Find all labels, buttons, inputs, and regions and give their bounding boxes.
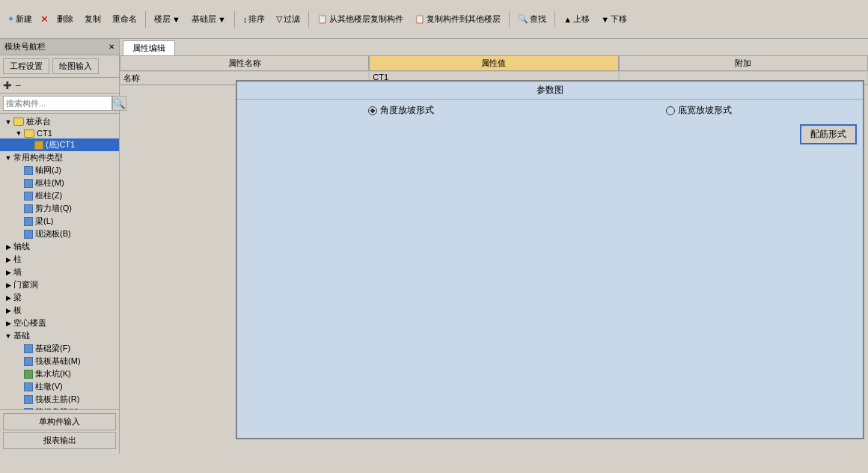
item-icon: [24, 230, 33, 239]
single-input-button[interactable]: 单构件输入: [3, 413, 116, 430]
item-icon: [24, 395, 33, 404]
expand-arrow: ▼: [13, 129, 24, 137]
tree-item-beam-main[interactable]: ▶梁: [0, 291, 119, 304]
tree-item-ct1-bottom[interactable]: (底)CT1: [0, 138, 119, 151]
properties-tab-bar: 属性编辑: [120, 39, 868, 55]
filter-button[interactable]: ▽过滤: [272, 11, 305, 27]
base-floor-button[interactable]: 基础层▼: [187, 11, 230, 27]
settings-button[interactable]: 工程设置: [3, 58, 49, 74]
tree-item-slab-main[interactable]: ▶板: [0, 304, 119, 317]
move-up-button[interactable]: ▲上移: [559, 11, 594, 27]
tree-item-door-window[interactable]: ▶门窗洞: [0, 278, 119, 291]
move-down-button[interactable]: ▼下移: [596, 11, 632, 27]
sidebar-nav-buttons: 工程设置 绘图输入: [0, 55, 119, 78]
rename-button[interactable]: 重命名: [108, 11, 141, 27]
item-icon: [24, 217, 33, 226]
copy-from-button[interactable]: 📋从其他楼层复制构件: [313, 11, 408, 27]
prop-col-name: 属性名称: [120, 55, 369, 71]
folder-icon: [13, 118, 24, 126]
tree-item-raft-main[interactable]: 筏板主筋(R): [0, 393, 119, 406]
tree-item-pit[interactable]: 集水坑(K): [0, 367, 119, 380]
tree-item-pilecap[interactable]: ▼ 桩承台: [0, 115, 119, 128]
sidebar-close-icon[interactable]: ✕: [109, 43, 114, 51]
tree-item-shear-wall[interactable]: 剪力墙(Q): [0, 202, 119, 215]
item-icon: [24, 204, 33, 213]
tree-item-common[interactable]: ▼ 常用构件类型: [0, 151, 119, 164]
item-icon: [24, 382, 33, 391]
prop-col-value: 属性值: [369, 55, 618, 71]
item-icon: [34, 141, 43, 150]
separator: [145, 11, 146, 28]
tree-item-raft[interactable]: 筏板基础(M): [0, 355, 119, 367]
minus-icon[interactable]: −: [15, 79, 21, 91]
tree-view: ▼ 桩承台 ▼ CT1 (底)CT1 ▼ 常用构件类型 轴: [0, 114, 119, 409]
tree-item-hollow[interactable]: ▶空心楼盖: [0, 317, 119, 329]
separator5: [554, 11, 555, 28]
item-icon: [24, 370, 33, 379]
option-angle[interactable]: 角度放坡形式: [368, 104, 434, 117]
content-area: 属性编辑 属性名称 属性值 附加 名称 CT1 参数图 角度放坡形式: [120, 39, 868, 454]
separator4: [509, 11, 510, 28]
add-icon[interactable]: ✚: [3, 79, 12, 91]
tree-item-foundation-beam[interactable]: 基础梁(F): [0, 342, 119, 355]
main-layout: 模块号航栏 ✕ 工程设置 绘图输入 ✚ − 🔍 ▼ 桩承台 ▼: [0, 39, 868, 454]
tree-item-foundation[interactable]: ▼基础: [0, 329, 119, 342]
floor-button[interactable]: 楼层▼: [150, 11, 185, 27]
folder-icon: [24, 129, 34, 138]
tree-item-frame-col[interactable]: 框柱(M): [0, 177, 119, 189]
tree-item-col[interactable]: 框柱(Z): [0, 189, 119, 202]
radio-width[interactable]: [666, 106, 675, 115]
separator2: [234, 11, 235, 28]
expand-arrow: ▼: [3, 118, 13, 126]
properties-tab[interactable]: 属性编辑: [123, 40, 175, 55]
param-bottom: 配筋形式: [237, 121, 863, 147]
report-button[interactable]: 报表输出: [3, 432, 116, 449]
new-button[interactable]: ✦ 新建: [3, 11, 37, 27]
search-box: 🔍: [0, 94, 119, 114]
item-icon: [24, 179, 33, 188]
leaf-indicator: [24, 141, 34, 149]
tree-item-slab[interactable]: 现浇板(B): [0, 228, 119, 240]
tree-item-col-main[interactable]: ▶柱: [0, 253, 119, 266]
copy-button[interactable]: 复制: [80, 11, 106, 27]
tree-item-axis[interactable]: 轴网(J): [0, 164, 119, 177]
tree-item-axis-main[interactable]: ▶轴线: [0, 240, 119, 253]
radio-angle[interactable]: [368, 106, 377, 115]
config-button[interactable]: 配筋形式: [800, 124, 857, 144]
item-icon: [24, 166, 33, 175]
item-icon: [24, 344, 33, 353]
delete-button[interactable]: 删除: [52, 11, 78, 27]
find-button[interactable]: 🔍查找: [513, 11, 551, 27]
item-icon: [24, 192, 33, 201]
properties-header: 属性名称 属性值 附加: [120, 55, 868, 71]
item-icon: [24, 357, 33, 366]
tree-item-beam[interactable]: 梁(L): [0, 215, 119, 228]
sidebar-bottom: 单构件输入 报表输出: [0, 409, 119, 454]
properties-panel: 属性编辑 属性名称 属性值 附加 名称 CT1: [120, 39, 868, 85]
tree-item-col-base[interactable]: 柱墩(V): [0, 380, 119, 393]
tree-item-wall-main[interactable]: ▶墙: [0, 266, 119, 278]
sort-button[interactable]: ↕排序: [239, 11, 270, 27]
top-toolbar: ✦ 新建 ✕ 删除 复制 重命名 楼层▼ 基础层▼ ↕排序 ▽过滤 📋从其他楼层…: [0, 0, 868, 39]
search-input[interactable]: [3, 96, 112, 111]
param-diagram: 参数图 角度放坡形式 底宽放坡形式: [236, 80, 864, 439]
option-width[interactable]: 底宽放坡形式: [666, 104, 732, 117]
sidebar: 模块号航栏 ✕ 工程设置 绘图输入 ✚ − 🔍 ▼ 桩承台 ▼: [0, 39, 120, 454]
drawing-button[interactable]: 绘图输入: [52, 58, 99, 74]
separator3: [308, 11, 309, 28]
param-diagram-title: 参数图: [237, 82, 863, 100]
param-diagram-options: 角度放坡形式 底宽放坡形式: [237, 100, 863, 121]
sidebar-header: 模块号航栏 ✕: [0, 39, 119, 55]
tree-item-ct1[interactable]: ▼ CT1: [0, 128, 119, 138]
copy-to-button[interactable]: 📋复制构件到其他楼层: [410, 11, 505, 27]
prop-col-extra: 附加: [619, 55, 868, 71]
